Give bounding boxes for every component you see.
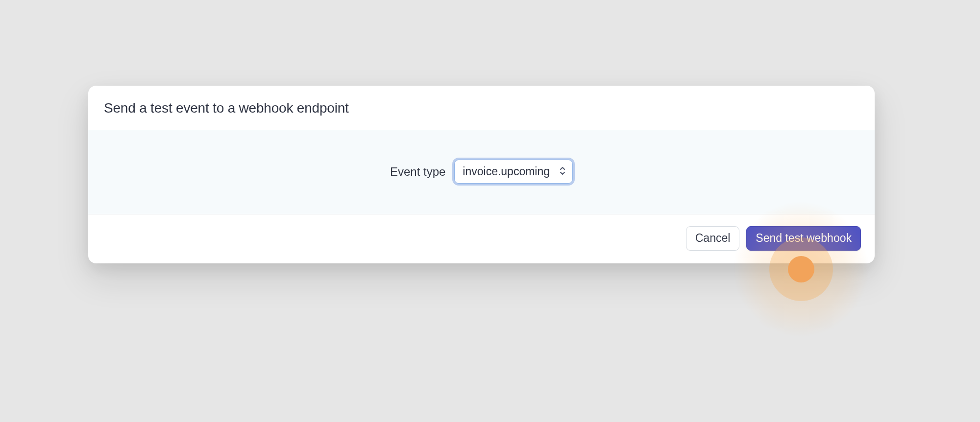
dialog-footer: Cancel Send test webhook: [88, 214, 875, 263]
cancel-button[interactable]: Cancel: [686, 226, 740, 251]
send-test-event-dialog: Send a test event to a webhook endpoint …: [88, 86, 875, 263]
event-type-select-wrap: invoice.upcoming: [454, 160, 573, 184]
event-type-select[interactable]: invoice.upcoming: [454, 160, 573, 184]
event-type-label: Event type: [390, 165, 445, 179]
send-test-webhook-button[interactable]: Send test webhook: [746, 226, 861, 251]
dialog-title: Send a test event to a webhook endpoint: [104, 100, 859, 116]
dialog-header: Send a test event to a webhook endpoint: [88, 86, 875, 130]
dialog-body: Event type invoice.upcoming: [88, 130, 875, 214]
